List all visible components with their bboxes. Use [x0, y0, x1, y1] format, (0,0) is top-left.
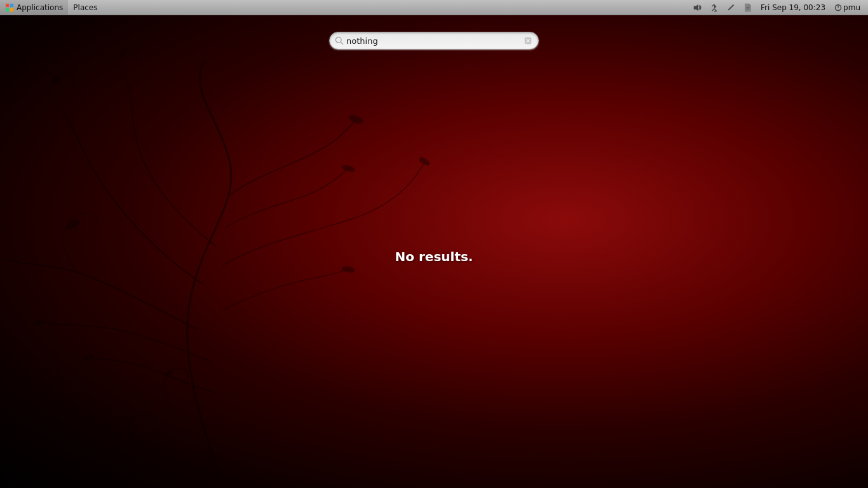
places-menu[interactable]: Places [68, 0, 102, 15]
svg-point-5 [341, 266, 355, 273]
svg-point-3 [348, 114, 363, 125]
power-icon [834, 4, 842, 11]
clear-icon [524, 36, 532, 45]
svg-point-0 [65, 217, 82, 231]
svg-marker-16 [694, 4, 698, 11]
search-input[interactable] [346, 36, 523, 46]
svg-point-10 [102, 442, 110, 452]
username-text: pmu [843, 3, 860, 12]
volume-icon [693, 3, 702, 12]
svg-point-6 [82, 353, 96, 362]
volume-control[interactable] [690, 0, 704, 15]
svg-rect-13 [10, 3, 13, 6]
bluetooth-icon [710, 3, 718, 12]
edit-indicator[interactable] [724, 0, 738, 15]
places-label: Places [73, 3, 97, 12]
panel-left: Applications Places [0, 0, 102, 15]
top-panel: Applications Places [0, 0, 868, 15]
floral-decoration [0, 43, 445, 488]
search-clear-button[interactable] [523, 36, 533, 46]
svg-point-4 [341, 165, 355, 173]
svg-point-22 [336, 37, 341, 43]
pencil-icon [727, 3, 735, 11]
svg-rect-14 [6, 8, 9, 11]
search-box [329, 32, 539, 50]
applications-menu[interactable]: Applications [0, 0, 68, 15]
document-icon [744, 3, 752, 12]
search-icon [335, 36, 344, 45]
document-indicator[interactable] [742, 0, 754, 15]
svg-point-11 [418, 156, 431, 166]
svg-rect-15 [10, 8, 13, 11]
bluetooth-indicator[interactable] [708, 0, 721, 15]
applications-icon [5, 3, 14, 12]
panel-right: Fri Sep 19, 00:23 pmu [690, 0, 868, 15]
svg-point-9 [130, 412, 139, 421]
svg-rect-12 [6, 3, 9, 6]
svg-point-7 [31, 319, 43, 327]
svg-point-2 [118, 47, 128, 60]
datetime-display[interactable]: Fri Sep 19, 00:23 [758, 0, 828, 15]
applications-label: Applications [17, 3, 63, 12]
svg-point-1 [49, 73, 62, 86]
datetime-text: Fri Sep 19, 00:23 [761, 3, 825, 12]
search-container [329, 32, 539, 50]
user-menu[interactable]: pmu [832, 0, 863, 15]
desktop: Applications Places [0, 0, 868, 488]
svg-line-23 [341, 42, 343, 44]
